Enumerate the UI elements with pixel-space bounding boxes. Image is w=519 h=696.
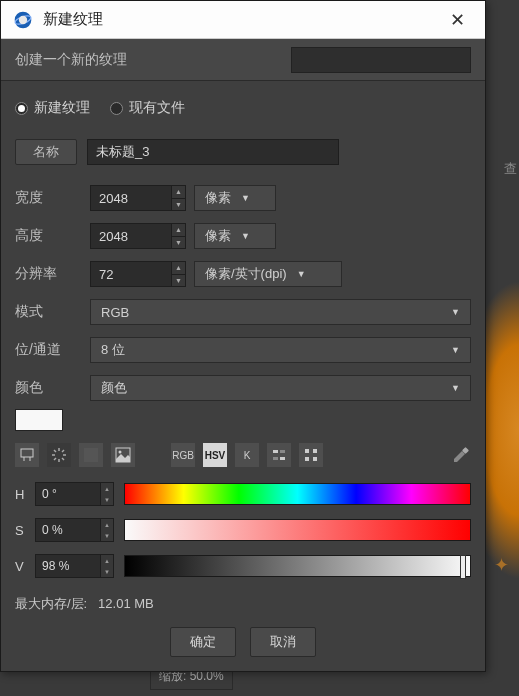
resolution-unit-text: 像素/英寸(dpi): [205, 265, 287, 283]
radio-new-texture[interactable]: [15, 102, 28, 115]
mode-value: RGB: [101, 305, 129, 320]
svg-line-9: [62, 458, 64, 460]
dialog-title: 新建纹理: [43, 10, 442, 29]
image-icon[interactable]: [111, 443, 135, 467]
app-logo-icon: [13, 10, 33, 30]
resolution-unit-select[interactable]: 像素/英寸(dpi)▼: [194, 261, 342, 287]
height-input[interactable]: [90, 223, 172, 249]
saturation-input[interactable]: [35, 518, 101, 542]
radio-existing-label: 现有文件: [129, 99, 185, 117]
value-label: V: [15, 559, 35, 574]
hue-spinner[interactable]: ▲▼: [101, 482, 114, 506]
color-value: 颜色: [101, 379, 127, 397]
subtitle-text: 创建一个新的纹理: [15, 51, 291, 69]
svg-rect-18: [280, 457, 285, 460]
saturation-label: S: [15, 523, 35, 538]
color-label: 颜色: [15, 379, 90, 397]
resolution-label: 分辨率: [15, 265, 90, 283]
svg-rect-3: [21, 449, 33, 457]
name-label: 名称: [15, 139, 77, 165]
loading-icon[interactable]: [47, 443, 71, 467]
grid-swatches-icon[interactable]: [299, 443, 323, 467]
cancel-button[interactable]: 取消: [250, 627, 316, 657]
svg-rect-16: [280, 450, 285, 453]
svg-point-2: [19, 15, 27, 23]
titlebar: 新建纹理 ✕: [1, 1, 485, 39]
svg-point-14: [119, 451, 122, 454]
hsv-mode-button[interactable]: HSV: [203, 443, 227, 467]
value-slider[interactable]: [124, 555, 471, 577]
value-spinner[interactable]: ▲▼: [101, 554, 114, 578]
rgb-mode-button[interactable]: RGB: [171, 443, 195, 467]
radio-existing-file[interactable]: [110, 102, 123, 115]
saturation-spinner[interactable]: ▲▼: [101, 518, 114, 542]
svg-rect-12: [84, 448, 98, 462]
bits-label: 位/通道: [15, 341, 90, 359]
value-slider-handle[interactable]: [460, 555, 466, 579]
svg-rect-22: [313, 457, 317, 461]
value-input[interactable]: [35, 554, 101, 578]
bits-select[interactable]: 8 位▼: [90, 337, 471, 363]
width-input[interactable]: [90, 185, 172, 211]
width-unit-text: 像素: [205, 189, 231, 207]
bits-value: 8 位: [101, 341, 125, 359]
picker-mode-icon[interactable]: [15, 443, 39, 467]
preview-box: [291, 47, 471, 73]
mode-select[interactable]: RGB▼: [90, 299, 471, 325]
width-unit-select[interactable]: 像素▼: [194, 185, 276, 211]
svg-rect-17: [273, 457, 278, 460]
memory-label: 最大内存/层:: [15, 596, 87, 611]
height-unit-text: 像素: [205, 227, 231, 245]
width-label: 宽度: [15, 189, 90, 207]
height-label: 高度: [15, 227, 90, 245]
memory-value: 12.01 MB: [98, 596, 154, 611]
sliders-icon[interactable]: [267, 443, 291, 467]
ok-button[interactable]: 确定: [170, 627, 236, 657]
height-spinner[interactable]: ▲▼: [172, 223, 186, 249]
name-input[interactable]: [87, 139, 339, 165]
resolution-spinner[interactable]: ▲▼: [172, 261, 186, 287]
memory-row: 最大内存/层: 12.01 MB: [15, 595, 471, 613]
svg-line-11: [62, 450, 64, 452]
color-select[interactable]: 颜色▼: [90, 375, 471, 401]
width-spinner[interactable]: ▲▼: [172, 185, 186, 211]
svg-rect-20: [313, 449, 317, 453]
color-swatch[interactable]: [15, 409, 63, 431]
svg-rect-15: [273, 450, 278, 453]
close-icon[interactable]: ✕: [442, 5, 473, 35]
subtitle-row: 创建一个新的纹理: [1, 39, 485, 81]
eyedropper-icon[interactable]: [451, 445, 471, 465]
svg-rect-19: [305, 449, 309, 453]
svg-line-8: [54, 450, 56, 452]
svg-rect-21: [305, 457, 309, 461]
new-texture-dialog: 新建纹理 ✕ 创建一个新的纹理 新建纹理 现有文件 名称 宽度 ▲▼ 像素▼ 高…: [0, 0, 486, 672]
solid-swatch-icon[interactable]: [79, 443, 103, 467]
resolution-input[interactable]: [90, 261, 172, 287]
height-unit-select[interactable]: 像素▼: [194, 223, 276, 249]
bg-text: 查: [504, 160, 517, 178]
radio-new-label: 新建纹理: [34, 99, 90, 117]
hue-input[interactable]: [35, 482, 101, 506]
hue-label: H: [15, 487, 35, 502]
mode-label: 模式: [15, 303, 90, 321]
hue-slider[interactable]: [124, 483, 471, 505]
svg-line-10: [54, 458, 56, 460]
k-mode-button[interactable]: K: [235, 443, 259, 467]
saturation-slider[interactable]: [124, 519, 471, 541]
